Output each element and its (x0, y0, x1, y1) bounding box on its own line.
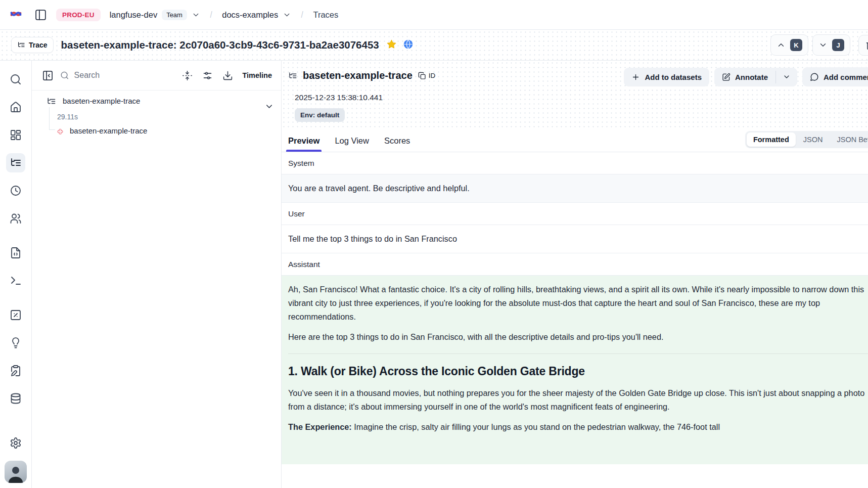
project-switcher[interactable]: docs-examples (222, 10, 291, 20)
collapse-all-button[interactable] (179, 68, 195, 83)
add-to-datasets-button[interactable]: Add to datasets (624, 68, 709, 86)
assistant-message-content: Ah, San Francisco! What a fantastic choi… (282, 275, 868, 464)
bookmark-star-icon[interactable] (386, 39, 397, 51)
add-comment-button[interactable]: Add comment (802, 67, 868, 86)
previous-trace-button[interactable]: K (770, 34, 808, 56)
panel-left-close-icon (42, 70, 54, 81)
system-message-content: You are a travel agent. Be descriptive a… (282, 174, 868, 203)
format-option-formatted[interactable]: Formatted (747, 132, 796, 147)
tree-child-node[interactable]: baseten-example-trace (32, 126, 281, 136)
rail-insights[interactable] (6, 333, 25, 352)
download-icon (222, 70, 233, 81)
clipboard-pen-icon (10, 365, 22, 377)
assistant-role-label: Assistant (282, 253, 868, 275)
chevron-down-icon[interactable] (264, 102, 274, 111)
trace-tree-icon (288, 71, 297, 80)
rail-sessions[interactable] (6, 181, 25, 200)
annotate-dropdown-button[interactable] (776, 68, 797, 86)
annotate-button[interactable]: Annotate (714, 68, 775, 86)
chevron-up-icon (776, 40, 786, 50)
sidebar-toggle-button[interactable] (32, 6, 49, 23)
copy-id-button[interactable]: ID (418, 72, 436, 80)
shortcut-key-j: J (832, 39, 844, 51)
assistant-bold-label: The Experience: (288, 422, 352, 431)
project-name: docs-examples (222, 10, 278, 20)
tree-connector-vertical (49, 107, 50, 129)
trace-title: baseten-example-trace: 2c070a60-3cb9-43c… (61, 39, 379, 51)
trace-tree-icon (17, 41, 25, 49)
rail-evaluation[interactable] (6, 305, 25, 325)
trace-tree-icon (47, 97, 56, 106)
tree-search-input[interactable] (74, 71, 175, 80)
delete-trace-button[interactable] (858, 35, 868, 56)
format-option-json-beta[interactable]: JSON Beta (830, 132, 868, 147)
trash-icon (865, 40, 868, 50)
format-segmented-control: Formatted JSON JSON Beta (745, 131, 868, 148)
chevron-down-icon (818, 40, 828, 50)
tab-preview[interactable]: Preview (288, 131, 319, 152)
env-default-badge: Env: default (295, 108, 345, 122)
rail-playground[interactable] (6, 271, 25, 290)
tree-root-node[interactable]: baseten-example-trace (32, 96, 281, 111)
timeline-toggle-label[interactable]: Timeline (242, 71, 272, 79)
avatar-person-icon (6, 463, 26, 483)
trace-tree-panel: Timeline baseten-example-trace 29.11s (32, 61, 282, 488)
assistant-paragraph: Ah, San Francisco! What a fantastic choi… (288, 283, 868, 324)
message-list: System You are a travel agent. Be descri… (282, 152, 868, 488)
detail-title: baseten-example-trace (303, 70, 413, 81)
rail-search[interactable] (6, 70, 25, 89)
rail-tracing[interactable] (6, 153, 25, 172)
rail-settings[interactable] (6, 433, 25, 453)
generation-clover-icon (56, 126, 65, 136)
format-option-json[interactable]: JSON (797, 132, 830, 147)
detail-actions: Add to datasets Annotate (624, 67, 868, 86)
next-trace-button[interactable]: J (812, 34, 850, 56)
panel-left-icon (34, 9, 47, 21)
trace-detail-pane: baseten-example-trace ID Add to datasets (282, 61, 868, 488)
user-avatar[interactable] (5, 461, 27, 483)
user-message: User Tell me the top 3 things to do in S… (282, 203, 868, 253)
collapse-panel-button[interactable] (40, 68, 55, 83)
fold-vertical-icon (182, 70, 193, 81)
rail-dashboards[interactable] (6, 125, 25, 145)
public-globe-icon[interactable] (403, 39, 414, 51)
breadcrumb-separator: / (301, 9, 303, 20)
markdown-divider (288, 353, 868, 354)
tree-root-duration: 29.11s (32, 111, 281, 123)
app-root: PROD-EU langfuse-dev Team / docs-example… (0, 0, 868, 488)
download-button[interactable] (220, 68, 235, 83)
search-icon (60, 70, 69, 80)
tree-root-label[interactable]: baseten-example-trace (63, 96, 140, 106)
breadcrumb: langfuse-dev Team / docs-examples / Trac… (110, 9, 339, 20)
tree-toolbar: Timeline (32, 61, 281, 91)
rail-annotation-queues[interactable] (6, 361, 25, 380)
tree-connector-elbow (49, 129, 55, 130)
org-switcher[interactable]: langfuse-dev Team (110, 10, 200, 20)
rail-home[interactable] (6, 98, 25, 117)
chevron-down-icon (783, 73, 791, 81)
terminal-icon (10, 275, 22, 287)
trace-timestamp: 2025-12-23 15:38:10.441 (295, 93, 868, 102)
breadcrumb-page[interactable]: Traces (313, 10, 338, 20)
dashboard-grid-icon (10, 129, 22, 141)
chevron-down-icon (283, 11, 291, 19)
top-navigation-bar: PROD-EU langfuse-dev Team / docs-example… (0, 0, 868, 30)
assistant-paragraph: You've seen it in a thousand movies, but… (288, 386, 868, 414)
comment-bubble-icon (810, 72, 819, 81)
assistant-heading: 1. Walk (or Bike) Across the Iconic Gold… (288, 365, 868, 378)
rail-datasets[interactable] (6, 389, 25, 408)
view-settings-button[interactable] (200, 68, 215, 83)
observation-tree: baseten-example-trace 29.11s baseten-exa… (32, 91, 281, 136)
database-icon (10, 392, 22, 405)
detail-header: baseten-example-trace ID Add to datasets (282, 61, 868, 129)
copy-icon (418, 72, 426, 80)
rail-prompts[interactable] (6, 243, 25, 262)
rail-users[interactable] (6, 209, 25, 228)
plus-icon (631, 73, 640, 81)
langfuse-logo-icon[interactable] (9, 7, 23, 22)
tab-log-view[interactable]: Log View (335, 131, 369, 152)
tree-child-label[interactable]: baseten-example-trace (70, 126, 147, 136)
search-icon (10, 73, 22, 85)
trace-peek-header: Trace baseten-example-trace: 2c070a60-3c… (0, 30, 868, 61)
tab-scores[interactable]: Scores (384, 131, 410, 152)
